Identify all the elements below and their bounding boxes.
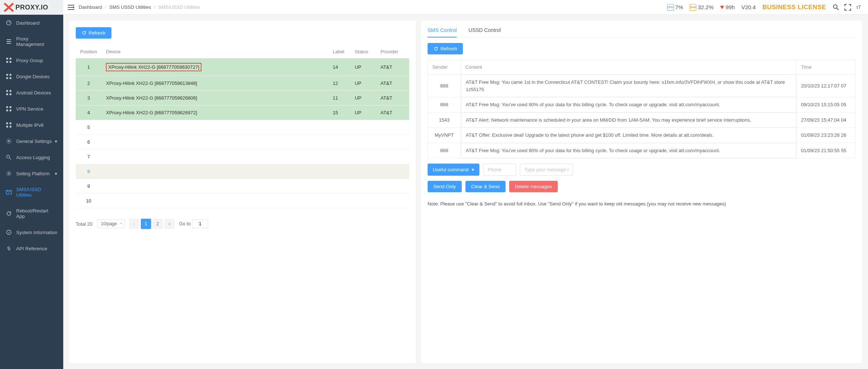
table-row[interactable]: 9 [76, 179, 409, 194]
grid-icon [6, 74, 12, 79]
sidebar-item-sms-ussd-utilities[interactable]: SMS/USSD Utilities [0, 182, 63, 203]
sidebar-item-multiple-ipv6[interactable]: Multiple IPv6 [0, 117, 63, 133]
table-row[interactable]: 7 [76, 150, 409, 164]
sidebar-item-label: Reboot/Restart App [16, 208, 57, 219]
tab-ussd-control[interactable]: USSD Control [468, 27, 501, 37]
clear-send-button[interactable]: Clear & Send [465, 181, 506, 192]
breadcrumb-dashboard[interactable]: Dashboard [79, 4, 102, 10]
col-label: Label [328, 45, 350, 58]
table-row[interactable]: MyVNPTAT&T Offer: Exclusive deal! Upgrad… [428, 128, 855, 143]
table-row[interactable]: 8 [76, 164, 409, 179]
next-page-button[interactable]: › [164, 219, 175, 229]
sidebar-item-android-devices[interactable]: Android Devices [0, 85, 63, 101]
sidebar-item-label: Access Logging [16, 155, 50, 160]
sms-controls: Useful command ▾ [428, 164, 856, 176]
send-only-button[interactable]: Send Only [428, 181, 462, 192]
sidebar-item-reboot-restart-app[interactable]: Reboot/Restart App [0, 203, 63, 224]
sidebar-item-proxy-management[interactable]: Proxy Management [0, 31, 63, 52]
svg-rect-14 [10, 106, 11, 108]
grid-icon [6, 106, 12, 112]
svg-text:τT: τT [856, 4, 861, 10]
table-row[interactable]: 1543AT&T Alert: Network maintenance is s… [428, 112, 855, 128]
pagination-total: Total 20 [76, 221, 93, 227]
fullscreen-icon[interactable] [844, 4, 851, 11]
sidebar-item-selling-platform[interactable]: Selling Platform▾ [0, 165, 63, 182]
sidebar-item-dashboard[interactable]: Dashboard [0, 15, 63, 31]
topbar: Dashboard / SMS USSD Utilities / SMS/USS… [63, 0, 868, 15]
sidebar-item-label: General Settings [16, 139, 52, 144]
svg-rect-13 [6, 106, 8, 108]
svg-rect-4 [10, 61, 11, 63]
health-stat: ♥ 99h [720, 3, 735, 11]
gear-icon [6, 171, 12, 176]
table-row[interactable]: 2XProxy-Hilink XH22-G [868777059613848]1… [76, 76, 409, 91]
refresh-devices-button[interactable]: Refresh [76, 27, 111, 39]
license-label: BUSINESS LICENSE [762, 4, 826, 11]
svg-point-21 [8, 140, 10, 142]
table-row[interactable]: 1XProxy-Hilink XH22-G [868777059630727]1… [76, 58, 409, 76]
sidebar-item-label: System Information [16, 230, 57, 235]
svg-rect-1 [6, 58, 8, 60]
col-position: Position [76, 45, 101, 58]
sidebar-item-label: Selling Platform [16, 171, 50, 176]
tab-sms-control[interactable]: SMS Control [428, 27, 457, 37]
sidebar-item-vpn-service[interactable]: VPN Service [0, 101, 63, 117]
topbar-right: CPU 7% RAM 32.2% ♥ 99h V20.4 BUSINESS LI… [667, 3, 864, 11]
refresh-icon [6, 211, 12, 216]
prev-page-button[interactable]: ‹ [129, 219, 139, 229]
col-device: Device [101, 45, 328, 58]
sidebar-item-system-information[interactable]: System Information [0, 224, 63, 240]
chevron-down-icon: ▾ [55, 171, 57, 176]
svg-rect-17 [6, 122, 8, 124]
page-button-1[interactable]: 1 [141, 219, 151, 229]
table-row[interactable]: 888AT&T Free Msg: You've used 90% of you… [428, 143, 855, 158]
goto-page-input[interactable] [192, 219, 208, 228]
chevron-down-icon: ▾ [472, 167, 474, 172]
table-row[interactable]: 888AT&T Free Msg: You've used 90% of you… [428, 97, 855, 112]
refresh-sms-button[interactable]: Refresh [428, 43, 463, 54]
sidebar-item-api-reference[interactable]: API Reference [0, 240, 63, 257]
version-label: V20.4 [741, 4, 756, 10]
grid-icon [6, 122, 12, 128]
col-time: Time [797, 60, 856, 75]
content: Refresh Position Device Label Status Pro… [63, 15, 868, 369]
sidebar-item-dongle-devices[interactable]: Dongle Devices [0, 68, 63, 85]
table-row[interactable]: 10 [76, 194, 409, 208]
svg-rect-15 [6, 110, 8, 111]
svg-point-22 [7, 155, 10, 158]
table-row[interactable]: 5 [76, 120, 409, 135]
chevron-down-icon: ▾ [55, 139, 57, 144]
breadcrumb-sms-ussd[interactable]: SMS USSD Utilities [109, 4, 151, 10]
sidebar-item-general-settings[interactable]: General Settings▾ [0, 133, 63, 149]
sidebar-item-proxy-group[interactable]: Proxy Group [0, 52, 63, 68]
page-button-2[interactable]: 2 [153, 219, 163, 229]
info-icon [6, 229, 12, 235]
device-panel: Refresh Position Device Label Status Pro… [69, 21, 416, 363]
gear-icon [6, 138, 12, 144]
delete-messages-button[interactable]: Delete messages [509, 181, 558, 192]
col-content: Content [461, 60, 796, 75]
page-size-select[interactable]: 10/page [97, 219, 125, 228]
svg-rect-8 [10, 77, 11, 79]
svg-rect-6 [10, 74, 11, 76]
table-row[interactable]: 888AT&T Free Msg: You came 1st in the Co… [428, 75, 855, 97]
message-input[interactable] [520, 164, 573, 176]
sidebar-item-access-logging[interactable]: Access Logging [0, 149, 63, 165]
logo[interactable]: PROXY.IO [0, 0, 63, 15]
col-provider: Provider [376, 45, 409, 58]
breadcrumb: Dashboard / SMS USSD Utilities / SMS/USS… [79, 4, 200, 10]
menu-toggle-icon[interactable] [68, 4, 74, 10]
search-icon[interactable] [833, 4, 839, 11]
table-row[interactable]: 4XProxy-Hilink XH22-G [868777059626972]1… [76, 105, 409, 120]
table-row[interactable]: 3XProxy-Hilink XH22-G [868777059626808]1… [76, 91, 409, 105]
pagination: Total 20 10/page ‹ 12› Go to [76, 219, 409, 229]
sidebar-item-label: API Reference [16, 246, 47, 251]
sms-table: Sender Content Time 888AT&T Free Msg: Yo… [428, 60, 856, 158]
svg-rect-12 [10, 93, 11, 95]
text-size-icon[interactable]: τT [856, 4, 864, 11]
action-buttons: Send Only Clear & Send Delete messages [428, 181, 856, 192]
tabs: SMS Control USSD Control [428, 27, 856, 38]
phone-input[interactable] [483, 164, 516, 176]
table-row[interactable]: 6 [76, 135, 409, 150]
useful-command-dropdown[interactable]: Useful command ▾ [428, 164, 479, 176]
